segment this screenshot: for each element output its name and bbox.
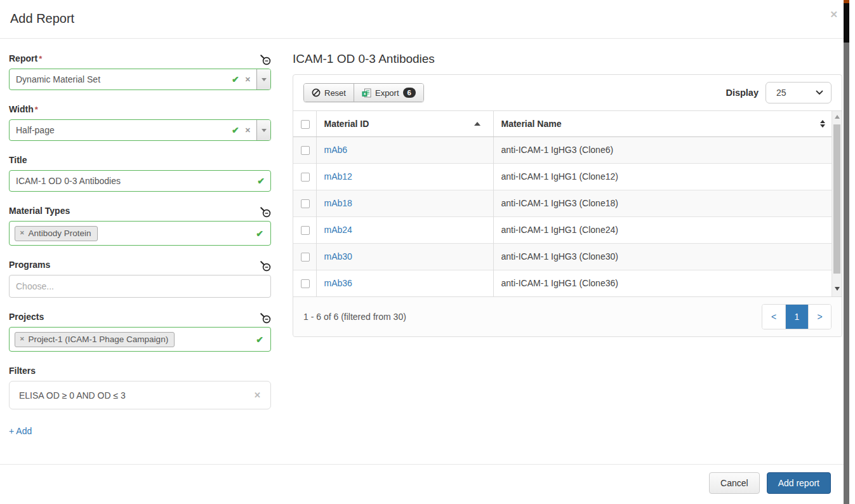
material-id-link[interactable]: mAb30 <box>324 251 352 262</box>
material-id-link[interactable]: mAb18 <box>324 198 352 208</box>
scrollbar-thumb[interactable] <box>833 124 840 274</box>
select-all-checkbox[interactable] <box>301 120 310 129</box>
sort-asc-icon <box>474 122 481 126</box>
material-name-cell: anti-ICAM-1 IgHG1 (Clone24) <box>493 216 842 243</box>
programs-label: Programs <box>9 260 50 270</box>
material-id-link[interactable]: mAb36 <box>324 278 352 288</box>
required-asterisk: * <box>39 54 42 63</box>
modal-title: Add Report <box>10 11 839 26</box>
valid-check-icon: ✔ <box>232 125 239 135</box>
row-checkbox[interactable] <box>301 226 310 235</box>
row-checkbox[interactable] <box>301 146 310 155</box>
valid-check-icon: ✔ <box>232 74 239 84</box>
column-header-material-id[interactable]: Material ID <box>316 111 493 136</box>
reset-icon <box>312 88 321 97</box>
field-programs: Programs <box>9 258 271 298</box>
width-value: Half-page <box>10 125 232 135</box>
lookup-icon[interactable] <box>260 206 271 218</box>
lookup-icon[interactable] <box>260 260 271 272</box>
field-projects: Projects ✕Project-1 (ICAM-1 Phage Campai… <box>9 310 271 352</box>
next-page-button[interactable]: > <box>808 305 831 329</box>
toolbar-button-group: Reset x Export 6 <box>303 83 424 102</box>
field-width: Width* Half-page ✔ ✕ <box>9 103 271 141</box>
column-header-material-name[interactable]: Material Name <box>493 111 842 136</box>
row-checkbox[interactable] <box>301 199 310 208</box>
table-row: mAb6 anti-ICAM-1 IgHG3 (Clone6) <box>293 136 842 163</box>
prev-page-button[interactable]: < <box>762 305 785 329</box>
report-value: Dynamic Material Set <box>10 74 232 84</box>
row-checkbox[interactable] <box>301 279 310 288</box>
materials-grid: Reset x Export 6 Display 25 <box>293 74 842 337</box>
material-id-link[interactable]: mAb6 <box>324 145 348 155</box>
valid-check-icon: ✔ <box>256 229 263 239</box>
title-value: ICAM-1 OD 0-3 Antibodies <box>10 176 257 186</box>
report-label: Report* <box>9 53 42 63</box>
dropdown-toggle[interactable] <box>256 120 270 140</box>
title-input[interactable]: ICAM-1 OD 0-3 Antibodies ✔ <box>9 170 271 192</box>
lookup-icon[interactable] <box>260 54 271 65</box>
caret-down-icon <box>262 129 267 132</box>
reset-label: Reset <box>324 88 346 98</box>
valid-check-icon: ✔ <box>256 335 263 345</box>
table-scrollbar[interactable] <box>832 111 842 296</box>
filter-chip[interactable]: ELISA OD ≥ 0 AND OD ≤ 3 ✕ <box>9 381 271 409</box>
modal-body: Report* Dynamic Material Set ✔ ✕ Width* … <box>0 39 849 437</box>
dropdown-toggle[interactable] <box>256 69 270 90</box>
material-name-cell: anti-ICAM-1 IgHG3 (Clone30) <box>493 243 842 270</box>
backdrop-header <box>844 3 849 43</box>
tag-label: Project-1 (ICAM-1 Phage Campaign) <box>29 335 169 344</box>
column-label: Material Name <box>501 119 562 129</box>
display-control: Display 25 <box>726 82 832 103</box>
results-summary: 1 - 6 of 6 (filtered from 30) <box>303 312 406 322</box>
add-filter-link[interactable]: + Add <box>9 426 32 436</box>
backdrop-overlay <box>844 43 849 504</box>
header-row: Material ID Material Name <box>293 111 842 136</box>
title-label: Title <box>9 155 27 165</box>
caret-down-icon <box>262 78 267 81</box>
field-report: Report* Dynamic Material Set ✔ ✕ <box>9 52 271 90</box>
tag-remove-icon[interactable]: ✕ <box>20 230 25 236</box>
page-size-value: 25 <box>776 88 786 98</box>
valid-check-icon: ✔ <box>257 176 265 186</box>
field-filters: Filters ELISA OD ≥ 0 AND OD ≤ 3 ✕ <box>9 364 271 409</box>
table-row: mAb12 anti-ICAM-1 IgHG1 (Clone12) <box>293 163 842 190</box>
chevron-down-icon <box>816 90 823 95</box>
cancel-button[interactable]: Cancel <box>709 472 760 494</box>
report-form: Report* Dynamic Material Set ✔ ✕ Width* … <box>9 52 271 437</box>
filter-remove-icon[interactable]: ✕ <box>254 390 261 400</box>
field-title: Title ICAM-1 OD 0-3 Antibodies ✔ <box>9 154 271 192</box>
programs-input[interactable] <box>9 275 271 298</box>
width-select[interactable]: Half-page ✔ ✕ <box>9 119 271 141</box>
projects-input[interactable]: ✕Project-1 (ICAM-1 Phage Campaign) ✔ <box>9 327 271 352</box>
scroll-up-icon[interactable] <box>835 115 840 119</box>
tag-remove-icon[interactable]: ✕ <box>20 336 25 342</box>
export-button[interactable]: x Export 6 <box>354 84 423 102</box>
table-row: mAb18 anti-ICAM-1 IgHG3 (Clone18) <box>293 190 842 216</box>
material-name-cell: anti-ICAM-1 IgHG1 (Clone12) <box>493 163 842 190</box>
page-backdrop-strip <box>844 0 849 504</box>
material-name-cell: anti-ICAM-1 IgHG3 (Clone6) <box>493 136 842 163</box>
lookup-icon[interactable] <box>260 312 271 324</box>
report-select[interactable]: Dynamic Material Set ✔ ✕ <box>9 69 271 90</box>
material-name-cell: anti-ICAM-1 IgHG3 (Clone18) <box>493 190 842 216</box>
clear-icon[interactable]: ✕ <box>245 126 251 135</box>
column-label: Material ID <box>324 119 369 129</box>
preview-heading: ICAM-1 OD 0-3 Antibodies <box>293 52 842 66</box>
close-icon[interactable]: ✕ <box>830 9 838 20</box>
row-checkbox[interactable] <box>301 253 310 262</box>
clear-icon[interactable]: ✕ <box>245 76 251 84</box>
tag-label: Antibody Protein <box>29 229 91 238</box>
material-types-input[interactable]: ✕Antibody Protein ✔ <box>9 221 271 246</box>
material-id-link[interactable]: mAb24 <box>324 225 352 235</box>
page-1-button[interactable]: 1 <box>785 305 808 329</box>
width-label: Width* <box>9 104 38 114</box>
filter-expression: ELISA OD ≥ 0 AND OD ≤ 3 <box>19 390 126 401</box>
tag-antibody-protein: ✕Antibody Protein <box>15 226 98 241</box>
page-size-select[interactable]: 25 <box>766 82 832 103</box>
row-checkbox[interactable] <box>301 173 310 182</box>
export-count-badge: 6 <box>403 88 416 98</box>
reset-button[interactable]: Reset <box>304 84 354 102</box>
material-id-link[interactable]: mAb12 <box>324 171 352 182</box>
scroll-down-icon[interactable] <box>835 287 840 291</box>
add-report-button[interactable]: Add report <box>767 472 831 494</box>
